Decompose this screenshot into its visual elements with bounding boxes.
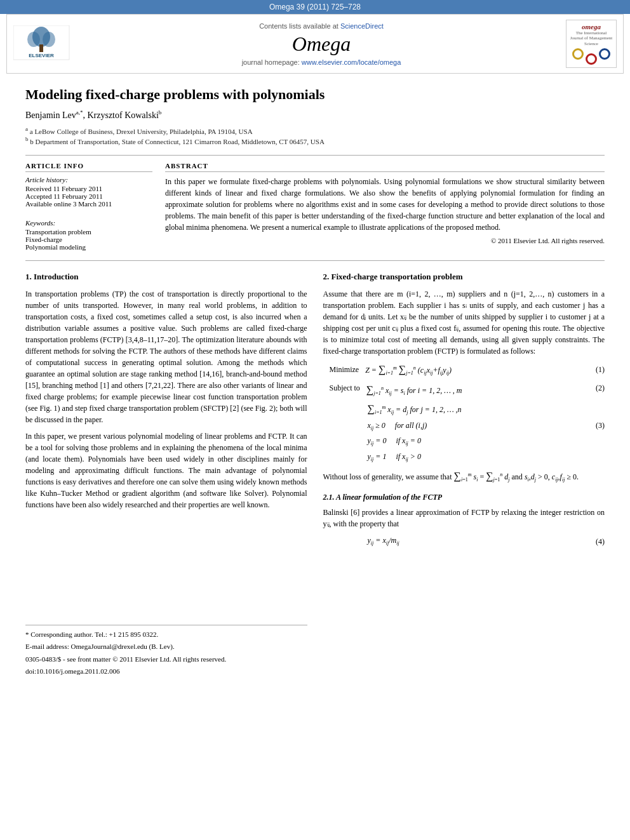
homepage-link[interactable]: www.elsevier.com/locate/omega bbox=[302, 58, 401, 66]
svg-text:ELSEVIER: ELSEVIER bbox=[29, 53, 54, 58]
sub-section-heading: 2.1. A linear formulation of the FCTP bbox=[323, 491, 605, 503]
keyword-2: Fixed-charge bbox=[25, 236, 152, 243]
svg-point-3 bbox=[43, 32, 55, 47]
minimize-formula: Z = ∑i=1m ∑j=1n (cijxij+fijyij) bbox=[365, 362, 452, 377]
section2-para2: Without loss of generality, we assume th… bbox=[323, 469, 605, 484]
footnote-email: E-mail address: OmegaJournal@drexel.edu … bbox=[25, 641, 307, 652]
eq4-label: (4) bbox=[596, 536, 605, 547]
subject-label: Subject to bbox=[330, 382, 360, 397]
received-date: Received 11 February 2011 bbox=[25, 185, 152, 192]
subject-block: Subject to ∑j=1n xij = si for i = 1, 2, … bbox=[323, 382, 605, 463]
authors-line: Benjamin Leva,*, Krzysztof Kowalskib bbox=[25, 109, 605, 121]
section2-heading: 2. Fixed-charge transportation problem bbox=[323, 270, 605, 283]
elsevier-logo: ELSEVIER bbox=[13, 25, 70, 63]
eq2-formula: ∑j=1n xij = si for i = 1, 2, … , m bbox=[366, 382, 462, 397]
accepted-date: Accepted 11 February 2011 bbox=[25, 192, 152, 200]
banner-center: Contents lists available at ScienceDirec… bbox=[83, 22, 560, 66]
sciencedirect-link[interactable]: ScienceDirect bbox=[340, 22, 384, 30]
article-info-abstract-row: ARTICLE INFO Article history: Received 1… bbox=[25, 162, 605, 251]
author-separator: , Krzysztof Kowalski bbox=[83, 110, 158, 120]
section1-heading: 1. Introduction bbox=[25, 270, 307, 283]
journal-citation: Omega 39 (2011) 725–728 bbox=[269, 3, 361, 11]
abstract-panel: ABSTRACT In this paper we formulate fixe… bbox=[165, 162, 605, 251]
section2-sub-para: Balinski [6] provides a linear approxima… bbox=[323, 507, 605, 530]
author-kowalski-sup: b bbox=[159, 109, 162, 116]
author-lev-sup: a,* bbox=[76, 109, 83, 116]
available-date: Available online 3 March 2011 bbox=[25, 200, 152, 208]
eq3b-formula: xij ≥ 0 for all (i,j) bbox=[368, 420, 427, 432]
author-lev: Benjamin Lev bbox=[25, 110, 76, 120]
top-banner: ELSEVIER Contents lists available at Sci… bbox=[6, 14, 624, 74]
svg-point-2 bbox=[27, 32, 40, 47]
footnote-section: * Corresponding author. Tel.: +1 215 895… bbox=[25, 625, 307, 677]
minimize-block: Minimize Z = ∑i=1m ∑j=1n (cijxij+fijyij)… bbox=[323, 362, 605, 377]
eq3c-formula: yij = 0 if xij = 0 bbox=[368, 435, 421, 448]
main-content: Modeling fixed-charge problems with poly… bbox=[0, 74, 630, 691]
eq2-label: (2) bbox=[596, 382, 605, 397]
svg-rect-4 bbox=[39, 44, 43, 52]
omega-logo-box: omega The International Journal of Manag… bbox=[566, 20, 617, 68]
section1-para1: In transportation problems (TP) the cost… bbox=[25, 288, 307, 425]
ring-red bbox=[586, 53, 597, 65]
left-column: 1. Introduction In transportation proble… bbox=[25, 270, 307, 679]
eq3-label: (3) bbox=[596, 420, 605, 432]
affiliations: a a LeBow College of Business, Drexel Un… bbox=[25, 126, 605, 145]
omega-logo-name: omega bbox=[582, 23, 601, 30]
minimize-label: Minimize bbox=[330, 364, 359, 375]
affiliation-b: b b Department of Transportation, State … bbox=[25, 136, 605, 145]
footnote-corresponding: * Corresponding author. Tel.: +1 215 895… bbox=[25, 629, 307, 640]
section2-para1: Assume that there are m (i=1, 2, …, m) s… bbox=[323, 288, 605, 357]
article-info-heading: ARTICLE INFO bbox=[25, 162, 152, 172]
omega-rings-decoration bbox=[572, 48, 610, 65]
divider-1 bbox=[25, 155, 605, 156]
body-columns: 1. Introduction In transportation proble… bbox=[25, 270, 605, 679]
ring-gold bbox=[572, 48, 584, 60]
journal-title: Omega bbox=[83, 32, 560, 56]
footnote-issn: 0305-0483/$ - see front matter © 2011 El… bbox=[25, 654, 307, 665]
journal-homepage: journal homepage: www.elsevier.com/locat… bbox=[83, 58, 560, 66]
abstract-heading: ABSTRACT bbox=[165, 162, 605, 172]
keyword-1: Transportation problem bbox=[25, 228, 152, 236]
abstract-text: In this paper we formulate fixed-charge … bbox=[165, 176, 605, 233]
article-info-panel: ARTICLE INFO Article history: Received 1… bbox=[25, 162, 152, 251]
eq4-block: yij = xij/mij (4) bbox=[323, 535, 605, 547]
journal-header-bar: Omega 39 (2011) 725–728 bbox=[0, 0, 630, 14]
ring-blue bbox=[599, 48, 610, 60]
copyright-line: © 2011 Elsevier Ltd. All rights reserved… bbox=[165, 237, 605, 244]
article-title: Modeling fixed-charge problems with poly… bbox=[25, 86, 605, 103]
eq1-label: (1) bbox=[596, 364, 605, 375]
omega-logo-tagline: The International Journal of Management … bbox=[569, 30, 613, 46]
section1-para2: In this paper, we present various polyno… bbox=[25, 430, 307, 510]
right-column: 2. Fixed-charge transportation problem A… bbox=[323, 270, 605, 679]
footnote-doi: doi:10.1016/j.omega.2011.02.006 bbox=[25, 666, 307, 677]
affiliation-a: a a LeBow College of Business, Drexel Un… bbox=[25, 126, 605, 135]
contents-line: Contents lists available at ScienceDirec… bbox=[83, 22, 560, 30]
divider-2 bbox=[25, 260, 605, 261]
eq3a-formula: ∑i=1m xij = dj for j = 1, 2, … ,n bbox=[368, 401, 462, 417]
eq4-formula: yij = xij/mij bbox=[368, 535, 399, 547]
keywords-label: Keywords: bbox=[25, 219, 152, 227]
history-label: Article history: bbox=[25, 176, 152, 183]
eq3d-formula: yij = 1 if xij > 0 bbox=[368, 451, 421, 463]
keyword-3: Polynomial modeling bbox=[25, 243, 152, 251]
